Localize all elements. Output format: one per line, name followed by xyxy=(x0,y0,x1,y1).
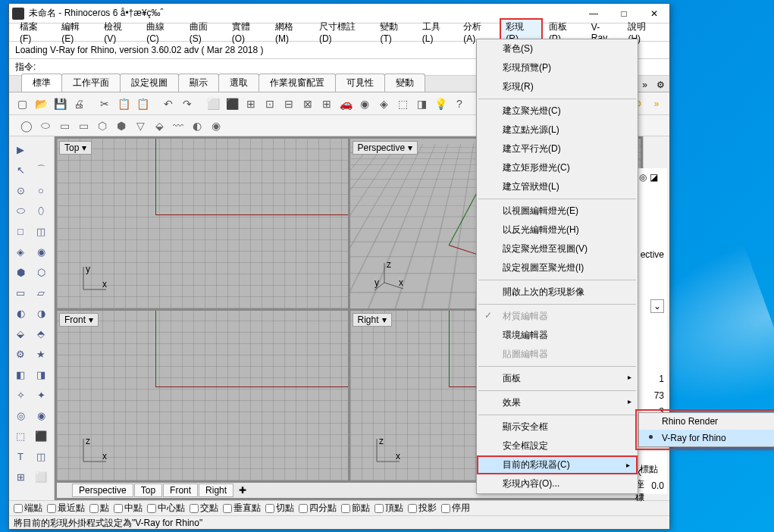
left-tool-12[interactable]: ⬢ xyxy=(11,262,30,282)
tool2-btn-4[interactable]: ⬡ xyxy=(94,117,111,134)
tab-工作平面[interactable]: 工作平面 xyxy=(61,74,121,92)
toolbar-btn-18[interactable]: ⊞ xyxy=(318,95,335,112)
osnap-checkbox[interactable] xyxy=(114,504,123,513)
left-tool-5[interactable]: ○ xyxy=(31,180,51,200)
submenu-item-v-ray-for-rhino[interactable]: V-Ray for Rhino xyxy=(639,430,774,446)
osnap-checkbox[interactable] xyxy=(374,504,384,513)
tool2-btn-2[interactable]: ▭ xyxy=(56,117,73,134)
left-tool-13[interactable]: ⬡ xyxy=(31,262,51,282)
left-tool-24[interactable]: ✧ xyxy=(11,385,30,405)
tab-變動[interactable]: 變動 xyxy=(384,74,425,92)
menu-變動[interactable]: 變動(T) xyxy=(374,18,415,46)
menu-item-以視圖編輯燈光[interactable]: 以視圖編輯燈光(E) xyxy=(477,202,638,221)
left-tool-31[interactable]: ◫ xyxy=(31,446,51,466)
left-tool-2[interactable]: ↖ xyxy=(11,160,30,180)
left-tool-10[interactable]: ◈ xyxy=(11,242,30,261)
left-tool-4[interactable]: ⊙ xyxy=(11,180,30,200)
left-tool-17[interactable]: ◑ xyxy=(31,303,51,323)
osnap-checkbox[interactable] xyxy=(47,504,56,513)
osnap-四分點[interactable]: 四分點 xyxy=(299,502,337,515)
menu-實體[interactable]: 實體(O) xyxy=(226,18,269,46)
left-tool-29[interactable]: ⬛ xyxy=(31,426,51,446)
toolbar-btn-16[interactable]: ⊟ xyxy=(280,95,297,112)
toolbar-btn-5[interactable]: ✂ xyxy=(96,95,113,112)
left-tool-0[interactable]: ▶ xyxy=(11,139,30,159)
left-tool-23[interactable]: ◨ xyxy=(31,365,51,384)
submenu-item-rhino-render[interactable]: Rhino Render xyxy=(639,413,774,430)
tab-顯示[interactable]: 顯示 xyxy=(178,74,219,92)
osnap-checkbox[interactable] xyxy=(89,504,99,513)
menu-item-建立平行光[interactable]: 建立平行光(D) xyxy=(477,139,638,158)
viewport-label-right[interactable]: Right▾ xyxy=(353,313,392,327)
toolbar-btn-1[interactable]: 📂 xyxy=(33,95,49,112)
osnap-checkbox[interactable] xyxy=(265,504,274,513)
panel-icon[interactable]: ◎ xyxy=(639,172,647,183)
left-tool-30[interactable]: T xyxy=(11,446,30,466)
toolbar-btn-24[interactable]: 💡 xyxy=(432,95,449,112)
tool2-btn-7[interactable]: ⬙ xyxy=(151,117,168,134)
left-tool-16[interactable]: ◐ xyxy=(11,303,30,323)
tool2-btn-6[interactable]: ▽ xyxy=(132,117,149,134)
menu-工具[interactable]: 工具(L) xyxy=(416,18,458,46)
toolbar-btn-9[interactable]: ↶ xyxy=(160,95,177,112)
tool2-btn-5[interactable]: ⬢ xyxy=(113,117,130,134)
toolbar-btn-22[interactable]: ⬚ xyxy=(394,95,411,112)
tab-標準[interactable]: 標準 xyxy=(21,74,62,92)
toolbar-btn-2[interactable]: 💾 xyxy=(52,95,68,112)
viewport-label-top[interactable]: Top▾ xyxy=(59,141,92,155)
osnap-中心點[interactable]: 中心點 xyxy=(147,502,185,515)
tab-作業視窗配置[interactable]: 作業視窗配置 xyxy=(259,74,336,92)
menu-item-面板[interactable]: 面板 xyxy=(477,369,638,388)
menu-item-目前的彩現器[interactable]: 目前的彩現器(C) xyxy=(477,455,638,474)
menu-item-顯示安全框[interactable]: 顯示安全框 xyxy=(477,418,638,437)
menu-item-彩現內容[interactable]: 彩現內容(O)... xyxy=(477,474,638,493)
vp-tab-right[interactable]: Right xyxy=(199,483,233,497)
tool2-btn-8[interactable]: 〰 xyxy=(170,117,186,134)
left-tool-19[interactable]: ⬘ xyxy=(31,324,51,343)
menu-item-彩現[interactable]: 彩現(R) xyxy=(477,77,638,96)
tab-設定視圖[interactable]: 設定視圖 xyxy=(120,74,179,92)
menu-item-效果[interactable]: 效果 xyxy=(477,393,638,412)
toolbar-btn-20[interactable]: ◉ xyxy=(356,95,373,112)
tab-可見性[interactable]: 可見性 xyxy=(335,74,385,92)
viewport-front[interactable]: Front▾ xz xyxy=(57,311,348,480)
osnap-checkbox[interactable] xyxy=(14,504,23,513)
menu-曲線[interactable]: 曲線(C) xyxy=(140,18,183,46)
toolbar-btn-19[interactable]: 🚗 xyxy=(337,95,354,112)
dropdown-arrow-icon[interactable]: ⌄ xyxy=(650,299,664,313)
menu-item-開啟上次的彩現影像[interactable]: 開啟上次的彩現影像 xyxy=(477,283,638,302)
toolbar-btn-12[interactable]: ⬜ xyxy=(205,95,221,112)
osnap-checkbox[interactable] xyxy=(147,504,156,513)
left-tool-18[interactable]: ⬙ xyxy=(11,324,30,343)
osnap-checkbox[interactable] xyxy=(223,504,232,513)
osnap-點[interactable]: 點 xyxy=(89,502,109,515)
osnap-垂直點[interactable]: 垂直點 xyxy=(223,502,261,515)
menu-item-彩現預覽[interactable]: 彩現預覽(P) xyxy=(477,58,638,77)
left-tool-11[interactable]: ◉ xyxy=(31,242,51,261)
left-tool-21[interactable]: ★ xyxy=(31,344,51,364)
osnap-投影[interactable]: 投影 xyxy=(408,502,437,515)
osnap-checkbox[interactable] xyxy=(190,504,199,513)
panel-icon[interactable]: ◪ xyxy=(650,172,658,183)
menu-item-建立矩形燈光[interactable]: 建立矩形燈光(C) xyxy=(477,158,638,177)
tab-gear-icon[interactable]: ⚙ xyxy=(652,78,669,92)
menu-item-環境編輯器[interactable]: 環境編輯器 xyxy=(477,326,638,345)
osnap-停用[interactable]: 停用 xyxy=(441,502,470,515)
menu-曲面[interactable]: 曲面(S) xyxy=(183,18,226,46)
left-tool-32[interactable]: ⊞ xyxy=(11,467,30,487)
left-tool-1[interactable] xyxy=(31,139,51,159)
osnap-中點[interactable]: 中點 xyxy=(114,502,143,515)
left-tool-28[interactable]: ⬚ xyxy=(11,426,30,446)
menu-item-設定視圖至聚光燈[interactable]: 設定視圖至聚光燈(I) xyxy=(477,258,638,277)
osnap-checkbox[interactable] xyxy=(441,504,450,513)
osnap-頂點[interactable]: 頂點 xyxy=(374,502,403,515)
left-tool-33[interactable]: ⬜ xyxy=(31,467,51,487)
menu-編輯[interactable]: 編輯(E) xyxy=(55,18,98,46)
left-tool-9[interactable]: ◫ xyxy=(31,221,51,241)
menu-檢視[interactable]: 檢視(V) xyxy=(98,18,140,46)
viewport-top[interactable]: Top▾ xy xyxy=(57,139,348,308)
left-tool-14[interactable]: ▭ xyxy=(11,283,30,302)
menu-item-建立聚光燈[interactable]: 建立聚光燈(C) xyxy=(477,102,638,120)
tool2-btn-10[interactable]: ◉ xyxy=(208,117,224,134)
vp-tab-front[interactable]: Front xyxy=(163,483,198,497)
